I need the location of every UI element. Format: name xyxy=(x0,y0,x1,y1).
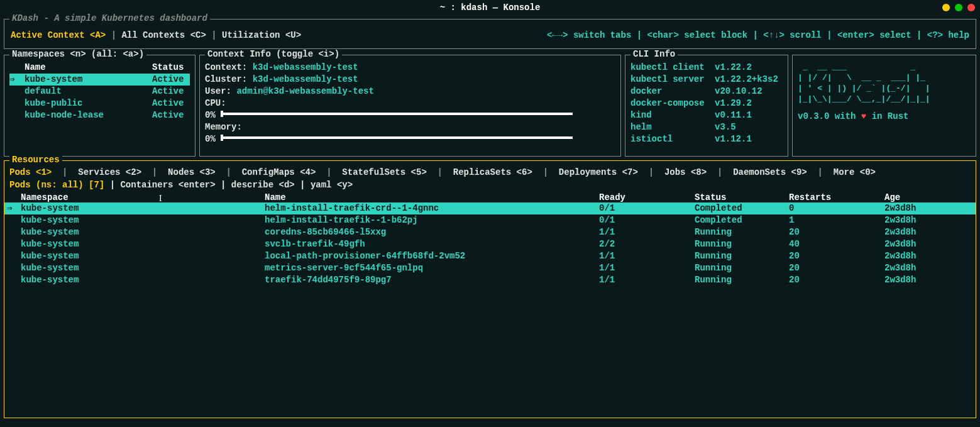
th-namespace: Namespace xyxy=(21,192,265,202)
user-value: admin@k3d-webassembly-test xyxy=(236,86,373,96)
header-tab[interactable]: Utilization <U> xyxy=(222,30,301,40)
cli-row: docker-composev1.29.2 xyxy=(630,97,783,109)
user-label: User: xyxy=(205,86,231,96)
tab-separator: | xyxy=(427,167,453,177)
maximize-button[interactable] xyxy=(955,4,962,11)
tab-separator: | xyxy=(106,30,121,40)
pods-filter: Pods (ns: all) [7] xyxy=(9,180,104,190)
heart-icon: ♥ xyxy=(861,111,866,121)
cpu-bar xyxy=(221,113,573,115)
resource-tabs: Pods <1> | Services <2> | Nodes <3> | Co… xyxy=(4,161,976,177)
window-controls xyxy=(942,4,975,11)
logo-panel: _ __ ___ _ | |/ /| \ __ _ ___| |_ | ' < … xyxy=(792,55,976,157)
th-status: Status xyxy=(695,192,789,202)
th-age: Age xyxy=(884,192,960,202)
pod-row[interactable]: kube-systemmetrics-server-9cf544f65-gnlp… xyxy=(4,262,976,274)
cli-panel: CLI Info kubectl clientv1.22.2kubectl se… xyxy=(625,55,788,157)
context-label: Context: xyxy=(205,62,247,72)
resource-tab[interactable]: Nodes <3> xyxy=(168,167,216,177)
header-box: KDash - A simple Kubernetes dashboard Ac… xyxy=(4,19,976,49)
context-panel: Context Info (toggle <i>) Context: k3d-w… xyxy=(199,55,621,157)
namespaces-panel: Namespaces <n> (all: <a>) NameStatus⇒kub… xyxy=(4,55,195,157)
window-title: ~ : kdash — Konsole xyxy=(440,3,541,13)
resources-panel: Resources Pods <1> | Services <2> | Node… xyxy=(4,160,976,418)
version-pre: v0.3.0 with xyxy=(798,111,861,121)
pods-actions: | Containers <enter> | describe <d> | ya… xyxy=(104,180,353,190)
pod-row[interactable]: kube-systemsvclb-traefik-49gfh2/2Running… xyxy=(4,238,976,250)
pod-row[interactable]: kube-systemcoredns-85cb69466-l5xxg1/1Run… xyxy=(4,226,976,238)
tab-separator: | xyxy=(532,167,559,177)
resource-tab[interactable]: More <0> xyxy=(834,167,876,177)
context-value: k3d-webassembly-test xyxy=(253,62,358,72)
header-tab[interactable]: Active Context <A> xyxy=(11,30,106,40)
resource-tab[interactable]: Services <2> xyxy=(78,167,141,177)
resource-tab[interactable]: Pods <1> xyxy=(9,167,52,177)
header-hints: <←→> switch tabs | <char> select block |… xyxy=(547,30,969,40)
tab-separator: | xyxy=(141,167,168,177)
th-restarts: Restarts xyxy=(789,192,884,202)
namespaces-title: Namespaces <n> (all: <a>) xyxy=(9,49,146,59)
namespace-row[interactable]: defaultActive xyxy=(9,86,190,97)
memory-label: Memory: xyxy=(205,121,615,133)
cli-row: istioctlv1.12.1 xyxy=(630,133,783,145)
cpu-label: CPU: xyxy=(205,97,615,109)
memory-value: 0% xyxy=(205,134,216,144)
pod-row[interactable]: kube-systemhelm-install-traefik--1-b62pj… xyxy=(4,214,976,226)
ascii-logo: _ __ ___ _ | |/ /| \ __ _ ___| |_ | ' < … xyxy=(798,62,971,104)
resource-tab[interactable]: ConfigMaps <4> xyxy=(242,167,316,177)
header-tabs: Active Context <A> | All Contexts <C> | … xyxy=(11,30,301,40)
memory-bar xyxy=(221,136,573,139)
th-name: Name xyxy=(265,192,599,202)
th-ready: Ready xyxy=(599,192,695,202)
tab-separator: | xyxy=(316,167,342,177)
version-post: in Rust xyxy=(866,111,908,121)
namespace-row[interactable]: kube-publicActive xyxy=(9,97,190,109)
resource-tab[interactable]: ReplicaSets <6> xyxy=(453,167,532,177)
pods-table-header: Namespace Name Ready Status Restarts Age xyxy=(4,192,976,202)
cluster-value: k3d-webassembly-test xyxy=(253,74,358,84)
pod-row[interactable]: kube-systemtraefik-74dd4975f9-89pg71/1Ru… xyxy=(4,274,976,286)
minimize-button[interactable] xyxy=(942,4,950,11)
resource-tab[interactable]: DaemonSets <9> xyxy=(733,167,807,177)
resource-tab[interactable]: Jobs <8> xyxy=(664,167,707,177)
cli-row: kubectl serverv1.22.2+k3s2 xyxy=(630,74,783,86)
tab-separator: | xyxy=(216,167,242,177)
resources-title: Resources xyxy=(9,155,62,165)
tab-separator: | xyxy=(638,167,664,177)
resource-tab[interactable]: StatefulSets <5> xyxy=(342,167,426,177)
cli-row: dockerv20.10.12 xyxy=(630,86,783,97)
ns-th-name: Name xyxy=(22,62,152,74)
app-title: KDash - A simple Kubernetes dashboard xyxy=(9,13,210,23)
cpu-value: 0% xyxy=(205,110,216,120)
tab-separator: | xyxy=(707,167,733,177)
header-tab[interactable]: All Contexts <C> xyxy=(121,30,206,40)
cluster-label: Cluster: xyxy=(205,74,247,84)
cli-row: kubectl clientv1.22.2 xyxy=(630,62,783,74)
ns-th-status: Status xyxy=(152,62,190,74)
pod-row[interactable]: ⇒kube-systemhelm-install-traefik-crd--1-… xyxy=(4,202,976,214)
cli-row: kindv0.11.1 xyxy=(630,109,783,121)
resource-tab[interactable]: Deployments <7> xyxy=(559,167,638,177)
tab-separator: | xyxy=(807,167,834,177)
context-title: Context Info (toggle <i>) xyxy=(205,49,342,59)
namespace-row[interactable]: kube-node-leaseActive xyxy=(9,109,190,121)
namespace-row[interactable]: ⇒kube-systemActive xyxy=(9,74,190,86)
pod-row[interactable]: kube-systemlocal-path-provisioner-64ffb6… xyxy=(4,250,976,262)
cli-title: CLI Info xyxy=(630,49,678,59)
tab-separator: | xyxy=(206,30,222,40)
close-button[interactable] xyxy=(967,4,975,11)
tab-separator: | xyxy=(52,167,78,177)
cli-row: helmv3.5 xyxy=(630,121,783,133)
